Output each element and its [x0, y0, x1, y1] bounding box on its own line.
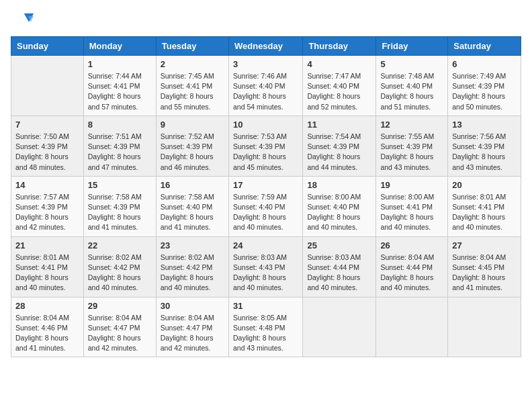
calendar-cell: 22Sunrise: 8:02 AMSunset: 4:42 PMDayligh… [83, 236, 156, 297]
calendar-cell: 4Sunrise: 7:47 AMSunset: 4:40 PMDaylight… [303, 56, 376, 116]
calendar-cell: 2Sunrise: 7:45 AMSunset: 4:41 PMDaylight… [156, 56, 228, 116]
calendar-cell: 10Sunrise: 7:53 AMSunset: 4:39 PMDayligh… [228, 116, 302, 176]
day-header-tuesday: Tuesday [156, 37, 228, 56]
calendar-cell: 16Sunrise: 7:58 AMSunset: 4:40 PMDayligh… [156, 176, 228, 236]
day-number: 8 [88, 120, 152, 130]
calendar-cell: 15Sunrise: 7:58 AMSunset: 4:39 PMDayligh… [83, 176, 156, 236]
cell-info: Sunrise: 8:04 AMSunset: 4:46 PMDaylight:… [15, 313, 79, 354]
day-number: 9 [161, 120, 224, 130]
cell-info: Sunrise: 8:02 AMSunset: 4:42 PMDaylight:… [88, 253, 152, 293]
cell-info: Sunrise: 7:44 AMSunset: 4:41 PMDaylight:… [88, 71, 152, 112]
day-number: 25 [307, 240, 371, 250]
day-number: 17 [233, 180, 298, 190]
cell-info: Sunrise: 7:45 AMSunset: 4:41 PMDaylight:… [161, 71, 224, 112]
logo-icon [11, 11, 35, 30]
day-number: 14 [15, 180, 79, 190]
cell-info: Sunrise: 8:00 AMSunset: 4:40 PMDaylight:… [307, 192, 371, 233]
day-number: 20 [452, 180, 517, 190]
day-number: 2 [161, 59, 224, 69]
day-number: 7 [15, 120, 79, 130]
day-number: 16 [161, 180, 224, 190]
header [11, 11, 521, 30]
cell-info: Sunrise: 8:04 AMSunset: 4:47 PMDaylight:… [88, 313, 152, 354]
cell-info: Sunrise: 7:47 AMSunset: 4:40 PMDaylight:… [307, 71, 371, 112]
week-row-2: 7Sunrise: 7:50 AMSunset: 4:39 PMDaylight… [11, 116, 521, 176]
day-number: 18 [307, 180, 371, 190]
calendar-cell: 25Sunrise: 8:03 AMSunset: 4:44 PMDayligh… [303, 236, 376, 297]
cell-info: Sunrise: 7:54 AMSunset: 4:39 PMDaylight:… [307, 132, 371, 173]
calendar-cell [376, 297, 448, 357]
cell-info: Sunrise: 7:57 AMSunset: 4:39 PMDaylight:… [15, 192, 79, 233]
day-number: 6 [452, 59, 517, 69]
cell-info: Sunrise: 7:51 AMSunset: 4:39 PMDaylight:… [88, 132, 152, 173]
cell-info: Sunrise: 7:55 AMSunset: 4:39 PMDaylight:… [380, 132, 443, 173]
day-number: 29 [88, 301, 152, 311]
calendar-cell [303, 297, 376, 357]
day-header-monday: Monday [83, 37, 156, 56]
cell-info: Sunrise: 8:03 AMSunset: 4:44 PMDaylight:… [307, 253, 371, 293]
day-header-sunday: Sunday [11, 37, 84, 56]
cell-info: Sunrise: 7:46 AMSunset: 4:40 PMDaylight:… [233, 71, 298, 112]
day-header-friday: Friday [376, 37, 448, 56]
cell-info: Sunrise: 7:59 AMSunset: 4:40 PMDaylight:… [233, 192, 298, 233]
calendar-table: SundayMondayTuesdayWednesdayThursdayFrid… [11, 36, 521, 357]
day-number: 15 [88, 180, 152, 190]
calendar-cell: 7Sunrise: 7:50 AMSunset: 4:39 PMDaylight… [11, 116, 84, 176]
cell-info: Sunrise: 7:50 AMSunset: 4:39 PMDaylight:… [15, 132, 79, 173]
calendar-cell: 6Sunrise: 7:49 AMSunset: 4:39 PMDaylight… [448, 56, 521, 116]
day-header-wednesday: Wednesday [228, 37, 302, 56]
cell-info: Sunrise: 7:49 AMSunset: 4:39 PMDaylight:… [452, 71, 517, 112]
calendar-cell: 5Sunrise: 7:48 AMSunset: 4:40 PMDaylight… [376, 56, 448, 116]
day-number: 31 [233, 301, 298, 311]
calendar-cell: 9Sunrise: 7:52 AMSunset: 4:39 PMDaylight… [156, 116, 228, 176]
day-number: 23 [161, 240, 224, 250]
calendar-cell: 30Sunrise: 8:04 AMSunset: 4:47 PMDayligh… [156, 297, 228, 357]
calendar-header: SundayMondayTuesdayWednesdayThursdayFrid… [11, 37, 521, 56]
week-row-1: 1Sunrise: 7:44 AMSunset: 4:41 PMDaylight… [11, 56, 521, 116]
calendar-cell: 28Sunrise: 8:04 AMSunset: 4:46 PMDayligh… [11, 297, 84, 357]
day-number: 4 [307, 59, 371, 69]
calendar-cell: 27Sunrise: 8:04 AMSunset: 4:45 PMDayligh… [448, 236, 521, 297]
cell-info: Sunrise: 7:56 AMSunset: 4:39 PMDaylight:… [452, 132, 517, 173]
day-number: 21 [15, 240, 79, 250]
cell-info: Sunrise: 7:48 AMSunset: 4:40 PMDaylight:… [380, 71, 443, 112]
calendar-cell: 12Sunrise: 7:55 AMSunset: 4:39 PMDayligh… [376, 116, 448, 176]
calendar-cell [448, 297, 521, 357]
calendar-cell [11, 56, 84, 116]
cell-info: Sunrise: 8:04 AMSunset: 4:47 PMDaylight:… [161, 313, 224, 354]
week-row-3: 14Sunrise: 7:57 AMSunset: 4:39 PMDayligh… [11, 176, 521, 236]
day-number: 5 [380, 59, 443, 69]
cell-info: Sunrise: 7:53 AMSunset: 4:39 PMDaylight:… [233, 132, 298, 173]
cell-info: Sunrise: 8:03 AMSunset: 4:43 PMDaylight:… [233, 253, 298, 293]
day-number: 11 [307, 120, 371, 130]
cell-info: Sunrise: 8:04 AMSunset: 4:45 PMDaylight:… [452, 253, 517, 293]
cell-info: Sunrise: 7:52 AMSunset: 4:39 PMDaylight:… [161, 132, 224, 173]
calendar-cell: 24Sunrise: 8:03 AMSunset: 4:43 PMDayligh… [228, 236, 302, 297]
day-number: 27 [452, 240, 517, 250]
cell-info: Sunrise: 8:04 AMSunset: 4:44 PMDaylight:… [380, 253, 443, 293]
day-number: 1 [88, 59, 152, 69]
calendar-cell: 8Sunrise: 7:51 AMSunset: 4:39 PMDaylight… [83, 116, 156, 176]
cell-info: Sunrise: 8:01 AMSunset: 4:41 PMDaylight:… [15, 253, 79, 293]
calendar-cell: 31Sunrise: 8:05 AMSunset: 4:48 PMDayligh… [228, 297, 302, 357]
calendar-cell: 14Sunrise: 7:57 AMSunset: 4:39 PMDayligh… [11, 176, 84, 236]
day-number: 26 [380, 240, 443, 250]
day-number: 24 [233, 240, 298, 250]
calendar-cell: 29Sunrise: 8:04 AMSunset: 4:47 PMDayligh… [83, 297, 156, 357]
cell-info: Sunrise: 8:00 AMSunset: 4:41 PMDaylight:… [380, 192, 443, 233]
day-number: 3 [233, 59, 298, 69]
calendar-cell: 26Sunrise: 8:04 AMSunset: 4:44 PMDayligh… [376, 236, 448, 297]
calendar-cell: 20Sunrise: 8:01 AMSunset: 4:41 PMDayligh… [448, 176, 521, 236]
day-number: 10 [233, 120, 298, 130]
calendar-cell: 19Sunrise: 8:00 AMSunset: 4:41 PMDayligh… [376, 176, 448, 236]
day-header-saturday: Saturday [448, 37, 521, 56]
day-number: 12 [380, 120, 443, 130]
cell-info: Sunrise: 8:05 AMSunset: 4:48 PMDaylight:… [233, 313, 298, 354]
calendar-cell: 18Sunrise: 8:00 AMSunset: 4:40 PMDayligh… [303, 176, 376, 236]
cell-info: Sunrise: 8:02 AMSunset: 4:42 PMDaylight:… [161, 253, 224, 293]
cell-info: Sunrise: 7:58 AMSunset: 4:40 PMDaylight:… [161, 192, 224, 233]
day-number: 28 [15, 301, 79, 311]
day-number: 22 [88, 240, 152, 250]
week-row-5: 28Sunrise: 8:04 AMSunset: 4:46 PMDayligh… [11, 297, 521, 357]
calendar-cell: 21Sunrise: 8:01 AMSunset: 4:41 PMDayligh… [11, 236, 84, 297]
